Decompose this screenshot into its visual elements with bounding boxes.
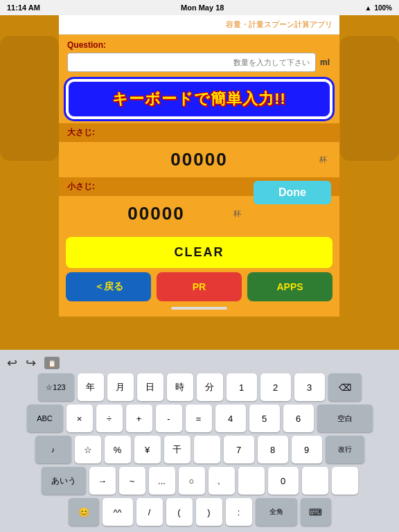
- kb-key-abc[interactable]: ABC: [27, 405, 63, 432]
- kb-key-return[interactable]: 改行: [326, 436, 364, 463]
- kb-key-5[interactable]: 5: [249, 405, 280, 432]
- keyboard-toolbar: ↩ ↪ 📋: [0, 354, 399, 373]
- tablespoon-value: 00000: [170, 149, 227, 170]
- scroll-indicator: [171, 307, 227, 310]
- kb-key-year[interactable]: 年: [78, 373, 104, 401]
- kb-key-day[interactable]: 日: [137, 373, 163, 401]
- status-time: 11:14 AM: [7, 3, 40, 12]
- teaspoon-value: 00000: [127, 203, 184, 224]
- battery-icon: 100%: [374, 4, 392, 12]
- status-date: Mon May 18: [181, 3, 224, 12]
- kb-key-1[interactable]: 1: [227, 373, 257, 401]
- kb-key-caret[interactable]: ^^: [103, 498, 133, 526]
- kb-key-equals[interactable]: =: [186, 405, 212, 432]
- app-panel: 容量・計量スプーン計算アプリ スプーン計算アプリ Question: ml キー…: [59, 15, 339, 317]
- kb-key-arrow[interactable]: →: [89, 467, 116, 495]
- kb-key-0[interactable]: 0: [268, 467, 299, 495]
- question-input[interactable]: [67, 53, 316, 72]
- kb-key-plus[interactable]: +: [126, 405, 152, 432]
- keyboard-banner: キーボードで簡単入力!!: [66, 79, 332, 119]
- kb-key-lparen[interactable]: (: [166, 498, 193, 526]
- kb-key-8[interactable]: 8: [258, 436, 288, 463]
- kb-key-3[interactable]: 3: [294, 373, 325, 401]
- teaspoon-value-row: 00000 杯: [59, 196, 254, 231]
- kb-key-kan[interactable]: 干: [164, 436, 190, 463]
- kb-key-empty4: [332, 467, 358, 495]
- kb-key-hiragana[interactable]: あいう: [42, 467, 86, 495]
- clipboard-icon[interactable]: 📋: [44, 357, 60, 369]
- kb-key-star[interactable]: ☆: [75, 436, 101, 463]
- kb-key-colon[interactable]: :: [226, 498, 252, 526]
- banner-text: キーボードで簡単入力!!: [112, 90, 286, 107]
- kb-row-5: 😊 ^^ / ( ) : 全角 ⌨: [3, 498, 396, 526]
- status-bar: 11:14 AM Mon May 18 ▲ 100%: [0, 0, 399, 15]
- apps-button[interactable]: APPS: [247, 272, 332, 301]
- question-input-row: ml: [67, 53, 331, 72]
- clear-button[interactable]: CLEAR: [66, 237, 332, 268]
- keyboard: ↩ ↪ 📋 ☆123 年 月 日 時 分 1 2 3 ⌫ ABC × ÷ + -…: [0, 350, 399, 532]
- status-icons: ▲ 100%: [365, 4, 392, 12]
- kb-key-minus[interactable]: -: [156, 405, 182, 432]
- kb-key-empty3: [302, 467, 328, 495]
- kb-key-9[interactable]: 9: [292, 436, 322, 463]
- kb-key-4[interactable]: 4: [215, 405, 246, 432]
- question-section: Question: ml: [59, 35, 339, 76]
- kb-key-2[interactable]: 2: [260, 373, 291, 401]
- kb-row-2: ABC × ÷ + - = 4 5 6 空白: [3, 405, 396, 432]
- kb-key-keyboard[interactable]: ⌨: [301, 498, 331, 526]
- kb-key-month[interactable]: 月: [107, 373, 134, 401]
- kb-key-7[interactable]: 7: [224, 436, 254, 463]
- bg-tile-left: [0, 36, 59, 161]
- kb-key-comma[interactable]: 、: [209, 467, 235, 495]
- kb-key-empty1[interactable]: [194, 436, 220, 463]
- pr-button[interactable]: PR: [157, 272, 242, 301]
- kb-row-3: ♪ ☆ % ¥ 干 7 8 9 改行: [3, 436, 396, 463]
- tablespoon-unit: 杯: [319, 154, 327, 165]
- kb-key-6[interactable]: 6: [283, 405, 314, 432]
- teaspoon-header: 小さじ: Done: [59, 177, 339, 196]
- app-title: 容量・計量スプーン計算アプリ: [226, 20, 332, 28]
- tablespoon-header: 大さじ:: [59, 123, 339, 142]
- kb-key-delete[interactable]: ⌫: [328, 373, 362, 401]
- keyboard-rows: ☆123 年 月 日 時 分 1 2 3 ⌫ ABC × ÷ + - = 4 5…: [0, 373, 399, 526]
- done-button[interactable]: Done: [254, 181, 331, 204]
- kb-key-ellipsis[interactable]: ...: [149, 467, 175, 495]
- redo-icon[interactable]: ↪: [26, 355, 36, 371]
- kb-key-tilde[interactable]: ~: [119, 467, 145, 495]
- tablespoon-value-row: 00000 杯: [59, 142, 339, 177]
- kb-key-symbol[interactable]: ☆123: [38, 373, 74, 401]
- kb-key-circle[interactable]: ○: [179, 467, 205, 495]
- wifi-icon: ▲: [365, 4, 372, 12]
- kb-key-times[interactable]: ×: [66, 405, 93, 432]
- kb-key-music[interactable]: ♪: [35, 436, 71, 463]
- kb-key-percent[interactable]: %: [105, 436, 131, 463]
- kb-key-empty2: [238, 467, 265, 495]
- kb-row-1: ☆123 年 月 日 時 分 1 2 3 ⌫: [3, 373, 396, 401]
- bg-tile-right: [340, 36, 399, 161]
- kb-key-divide[interactable]: ÷: [96, 405, 123, 432]
- kb-key-zenkaku[interactable]: 全角: [256, 498, 297, 526]
- back-button[interactable]: ＜戻る: [66, 272, 151, 301]
- kb-key-slash[interactable]: /: [136, 498, 163, 526]
- kb-key-min[interactable]: 分: [197, 373, 223, 401]
- undo-icon[interactable]: ↩: [7, 355, 17, 371]
- kb-key-rparen[interactable]: ): [196, 498, 222, 526]
- kb-key-hour[interactable]: 時: [167, 373, 193, 401]
- teaspoon-unit: 杯: [233, 209, 241, 219]
- ml-label: ml: [320, 57, 331, 67]
- bottom-buttons: ＜戻る PR APPS: [59, 272, 339, 307]
- question-label: Question:: [67, 40, 331, 50]
- kb-key-space[interactable]: 空白: [317, 405, 373, 432]
- kb-row-4: あいう → ~ ... ○ 、 0: [3, 467, 396, 495]
- teaspoon-label: 小さじ:: [67, 181, 95, 191]
- kb-key-emoji[interactable]: 😊: [69, 498, 99, 526]
- kb-key-yen[interactable]: ¥: [134, 436, 161, 463]
- app-header: 容量・計量スプーン計算アプリ スプーン計算アプリ: [59, 15, 339, 35]
